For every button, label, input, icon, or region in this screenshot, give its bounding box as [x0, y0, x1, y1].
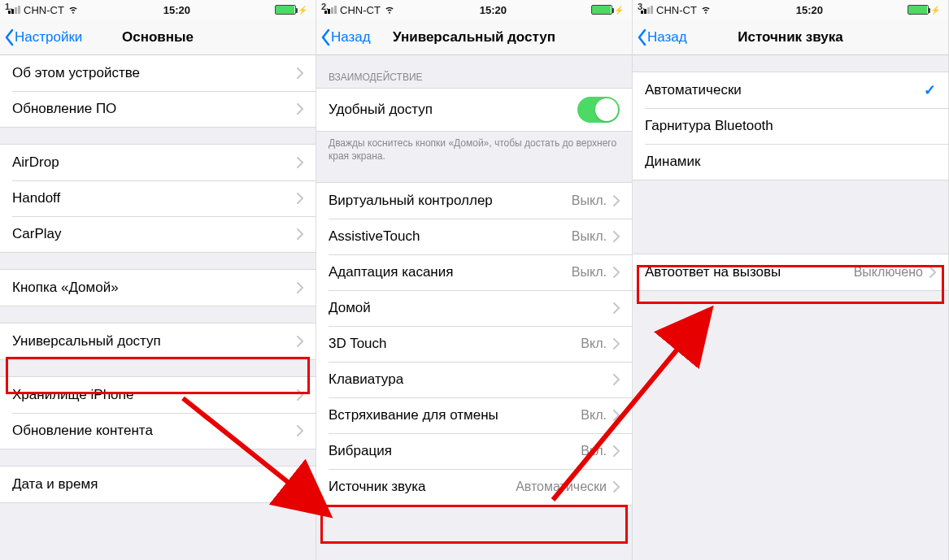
row-software-update[interactable]: Обновление ПО — [0, 91, 316, 127]
chevron-right-icon — [297, 67, 303, 79]
charging-icon: ⚡ — [614, 6, 624, 15]
chevron-left-icon — [320, 28, 331, 46]
chevron-right-icon — [613, 410, 620, 421]
row-home[interactable]: Домой — [316, 290, 632, 326]
row-automatic[interactable]: Автоматически ✓ — [633, 72, 948, 108]
row-touch-accommodations[interactable]: Адаптация касания Выкл. — [316, 254, 632, 290]
status-bar: CHN-CT 15:20 ⚡ — [633, 0, 948, 20]
navbar: Настройки Основные — [0, 20, 316, 55]
row-3d-touch[interactable]: 3D Touch Вкл. — [316, 326, 632, 362]
row-iphone-storage[interactable]: Хранилище iPhone — [0, 377, 316, 413]
status-bar: CHN-CT 15:20 ⚡ — [0, 0, 316, 20]
chevron-right-icon — [929, 267, 936, 278]
row-background-refresh[interactable]: Обновление контента — [0, 413, 316, 449]
row-carplay[interactable]: CarPlay — [0, 216, 316, 252]
row-assistive-touch[interactable]: AssistiveTouch Выкл. — [316, 219, 632, 254]
status-bar: CHN-CT 15:20 ⚡ — [316, 0, 632, 20]
back-label: Настройки — [15, 29, 82, 46]
charging-icon: ⚡ — [298, 6, 307, 15]
row-about-device[interactable]: Об этом устройстве — [0, 55, 316, 91]
chevron-left-icon — [636, 28, 647, 46]
chevron-right-icon — [297, 282, 303, 293]
group-connectivity: AirDrop Handoff CarPlay — [0, 144, 316, 253]
screen-2-accessibility: 2. CHN-CT 15:20 ⚡ Назад Универсальный до… — [316, 0, 633, 560]
status-time: 15:20 — [480, 4, 507, 16]
back-button[interactable]: Назад — [316, 28, 371, 46]
step-number-1: 1. — [5, 2, 12, 11]
chevron-right-icon — [613, 374, 620, 385]
chevron-right-icon — [297, 479, 303, 490]
chevron-right-icon — [613, 302, 620, 314]
row-auto-answer-calls[interactable]: Автоответ на вызовы Выключено — [633, 254, 948, 290]
row-call-audio-routing[interactable]: Источник звука Автоматически — [316, 469, 632, 505]
chevron-right-icon — [297, 228, 303, 240]
status-time: 15:20 — [163, 4, 190, 16]
section-header-interaction: ВЗАИМОДЕЙСТВИЕ — [316, 55, 632, 88]
chevron-right-icon — [297, 157, 303, 168]
chevron-right-icon — [613, 445, 620, 457]
battery-icon — [908, 5, 929, 15]
wifi-icon — [700, 3, 712, 17]
screen-3-audio-routing: 3. CHN-CT 15:20 ⚡ Назад Источник звука А… — [633, 0, 949, 560]
back-label: Назад — [331, 29, 371, 46]
chevron-right-icon — [297, 389, 303, 401]
chevron-right-icon — [297, 425, 303, 436]
group-home-button: Кнопка «Домой» — [0, 269, 316, 306]
group-about: Об этом устройстве Обновление ПО — [0, 55, 316, 128]
chevron-right-icon — [613, 231, 620, 242]
group-interaction-items: Виртуальный контроллер Выкл. AssistiveTo… — [316, 182, 632, 506]
row-bluetooth-headset[interactable]: Гарнитура Bluetooth — [633, 108, 948, 144]
chevron-right-icon — [297, 193, 303, 204]
reachability-footer: Дважды коснитесь кнопки «Домой», чтобы д… — [316, 132, 632, 166]
reachability-toggle[interactable] — [577, 97, 620, 123]
step-number-3: 3. — [638, 2, 645, 11]
row-vibration[interactable]: Вибрация Вкл. — [316, 433, 632, 469]
chevron-right-icon — [613, 481, 620, 493]
screen-1-general: 1. CHN-CT 15:20 ⚡ Настройки Основные Об … — [0, 0, 316, 560]
chevron-left-icon — [3, 28, 15, 46]
navbar: Назад Источник звука — [633, 20, 948, 55]
row-speaker[interactable]: Динамик — [633, 144, 948, 180]
battery-icon — [591, 5, 612, 15]
battery-icon — [275, 5, 296, 15]
step-number-2: 2. — [321, 2, 329, 11]
row-date-time[interactable]: Дата и время — [0, 467, 316, 502]
highlight-audio-routing — [320, 505, 628, 544]
row-airdrop[interactable]: AirDrop — [0, 145, 316, 180]
group-routing-options: Автоматически ✓ Гарнитура Bluetooth Дина… — [633, 72, 948, 180]
row-accessibility[interactable]: Универсальный доступ — [0, 323, 316, 359]
row-shake-to-undo[interactable]: Встряхивание для отмены Вкл. — [316, 397, 632, 433]
status-time: 15:20 — [796, 4, 823, 16]
carrier-label: CHN-CT — [656, 4, 697, 16]
back-label: Назад — [647, 29, 687, 46]
back-button[interactable]: Назад — [633, 28, 687, 46]
carrier-label: CHN-CT — [340, 4, 381, 16]
chevron-right-icon — [613, 195, 620, 206]
group-reachability: Удобный доступ — [316, 88, 632, 132]
wifi-icon — [384, 3, 395, 17]
chevron-right-icon — [613, 267, 620, 278]
charging-icon: ⚡ — [930, 6, 940, 15]
chevron-right-icon — [297, 336, 303, 347]
chevron-right-icon — [613, 338, 620, 349]
row-keyboard[interactable]: Клавиатура — [316, 362, 632, 397]
row-home-button[interactable]: Кнопка «Домой» — [0, 270, 316, 306]
group-auto-answer: Автоответ на вызовы Выключено — [633, 254, 948, 291]
back-button[interactable]: Настройки — [0, 28, 82, 46]
checkmark-icon: ✓ — [924, 81, 936, 99]
wifi-icon — [67, 3, 79, 17]
chevron-right-icon — [297, 103, 303, 115]
group-date-time: Дата и время — [0, 466, 316, 503]
row-reachability[interactable]: Удобный доступ — [316, 89, 632, 131]
carrier-label: CHN-CT — [24, 4, 64, 16]
row-handoff[interactable]: Handoff — [0, 180, 316, 216]
row-switch-control[interactable]: Виртуальный контроллер Выкл. — [316, 183, 632, 219]
navbar: Назад Универсальный доступ — [316, 20, 632, 55]
group-storage: Хранилище iPhone Обновление контента — [0, 376, 316, 449]
group-accessibility: Универсальный доступ — [0, 323, 316, 360]
